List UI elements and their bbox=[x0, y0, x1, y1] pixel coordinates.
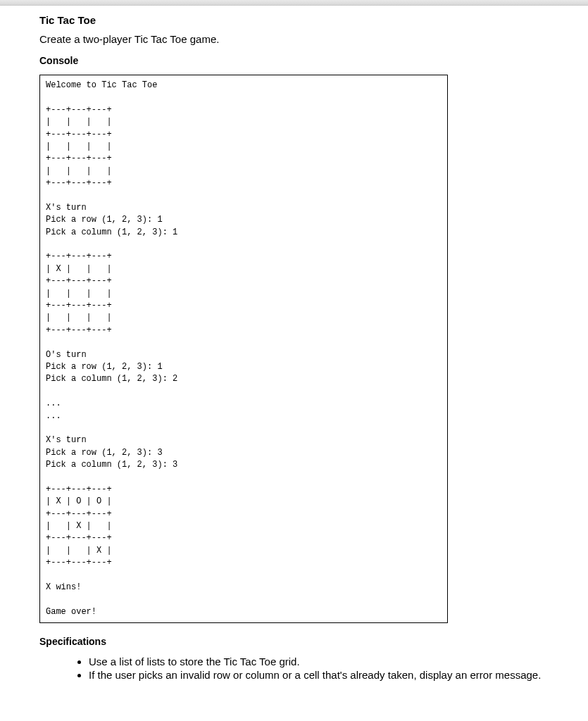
window-top-bar bbox=[0, 0, 588, 6]
page-title: Tic Tac Toe bbox=[39, 14, 549, 26]
list-item: If the user picks an invalid row or colu… bbox=[89, 669, 549, 681]
page-description: Create a two-player Tic Tac Toe game. bbox=[39, 33, 549, 45]
list-item: Use a list of lists to store the Tic Tac… bbox=[89, 656, 549, 667]
specifications-list: Use a list of lists to store the Tic Tac… bbox=[39, 656, 549, 681]
console-output: Welcome to Tic Tac Toe +---+---+---+ | |… bbox=[39, 75, 448, 623]
specifications-heading: Specifications bbox=[39, 636, 549, 647]
console-heading: Console bbox=[39, 55, 549, 66]
document-page: Tic Tac Toe Create a two-player Tic Tac … bbox=[0, 6, 588, 696]
